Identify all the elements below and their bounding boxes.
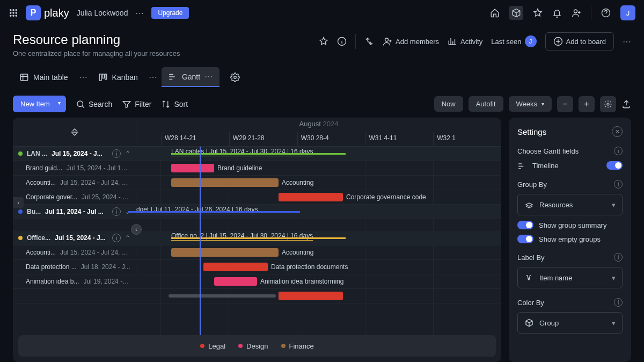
now-button[interactable]: Now bbox=[434, 96, 463, 112]
svg-point-9 bbox=[574, 10, 577, 13]
timeline-field: Timeline bbox=[532, 162, 559, 170]
scale-select[interactable]: Weeks▾ bbox=[509, 96, 552, 112]
show-empty-label: Show empty groups bbox=[539, 235, 601, 243]
board-more-icon[interactable]: ⋯ bbox=[623, 37, 631, 47]
svg-point-3 bbox=[10, 12, 11, 13]
label-by-label: Label By bbox=[517, 254, 545, 262]
swap-icon[interactable] bbox=[364, 37, 374, 46]
logo[interactable]: P plaky bbox=[26, 5, 69, 20]
week-header: W28 14-21 bbox=[161, 132, 229, 146]
current-user[interactable]: Julia Lockwood bbox=[77, 9, 128, 17]
page-title: Resource planning bbox=[13, 32, 180, 47]
info-icon[interactable]: i bbox=[614, 180, 623, 189]
add-members-button[interactable]: Add members bbox=[383, 37, 439, 46]
new-item-button[interactable]: New Item bbox=[13, 96, 66, 112]
group-by-label: Group By bbox=[517, 180, 547, 189]
star-icon[interactable] bbox=[319, 37, 328, 46]
svg-point-2 bbox=[16, 10, 17, 11]
label-by-select[interactable]: Item name▾ bbox=[517, 267, 623, 288]
page-description: One centralized place for managing all y… bbox=[13, 49, 180, 57]
zoom-in-button[interactable]: + bbox=[579, 96, 595, 112]
svg-point-1 bbox=[13, 10, 14, 11]
svg-rect-15 bbox=[99, 74, 101, 81]
gantt-bar[interactable] bbox=[171, 164, 214, 172]
week-header: W31 4-11 bbox=[365, 132, 433, 146]
svg-point-7 bbox=[13, 15, 14, 16]
settings-title: Settings bbox=[517, 127, 546, 136]
app-switcher-icon[interactable] bbox=[9, 8, 18, 18]
info-icon[interactable]: i bbox=[112, 234, 121, 242]
info-icon[interactable]: i bbox=[112, 207, 121, 216]
tab-more-2[interactable]: ⋯ bbox=[149, 72, 157, 82]
svg-point-4 bbox=[13, 12, 14, 13]
add-user-icon[interactable] bbox=[572, 8, 581, 18]
gantt-bar[interactable] bbox=[214, 277, 257, 286]
week-header: W32 1 bbox=[433, 132, 501, 146]
info-icon[interactable] bbox=[337, 37, 347, 46]
info-icon[interactable]: i bbox=[112, 149, 121, 158]
week-header: W29 21-28 bbox=[229, 132, 297, 146]
expand-side-icon[interactable]: › bbox=[13, 197, 24, 208]
upgrade-button[interactable]: Upgrade bbox=[151, 7, 189, 19]
svg-rect-17 bbox=[105, 74, 106, 79]
info-icon[interactable]: i bbox=[614, 253, 623, 262]
gantt-settings-icon[interactable] bbox=[600, 96, 616, 112]
sort-button[interactable]: Sort bbox=[161, 99, 188, 109]
favorite-icon[interactable] bbox=[533, 8, 543, 18]
svg-point-20 bbox=[607, 103, 609, 105]
last-seen[interactable]: Last seenJ bbox=[491, 35, 536, 47]
activity-button[interactable]: Activity bbox=[448, 37, 482, 46]
tab-main-table[interactable]: Main table bbox=[13, 68, 75, 86]
color-by-label: Color By bbox=[517, 299, 544, 307]
close-icon[interactable]: ✕ bbox=[612, 126, 623, 137]
gantt-bar[interactable] bbox=[203, 263, 268, 271]
gantt-bar[interactable] bbox=[171, 248, 279, 257]
show-summary-toggle[interactable] bbox=[517, 221, 533, 229]
chevron-icon[interactable]: ⌃ bbox=[125, 150, 130, 157]
svg-point-8 bbox=[16, 15, 17, 16]
timeline-toggle[interactable] bbox=[606, 161, 623, 170]
add-to-board-button[interactable]: Add to board bbox=[545, 32, 614, 50]
gantt-bar[interactable] bbox=[279, 193, 343, 201]
svg-point-6 bbox=[10, 15, 11, 16]
help-icon[interactable] bbox=[601, 8, 611, 18]
settings-icon[interactable] bbox=[230, 73, 240, 82]
gantt-bar[interactable] bbox=[171, 178, 279, 187]
export-icon[interactable] bbox=[621, 99, 631, 109]
gantt-tab-more[interactable]: ⋯ bbox=[204, 71, 213, 82]
user-menu-icon[interactable]: ⋯ bbox=[135, 8, 144, 18]
svg-point-18 bbox=[234, 76, 237, 78]
show-empty-toggle[interactable] bbox=[517, 235, 533, 243]
month-label: August 2024 bbox=[136, 118, 501, 128]
filter-button[interactable]: Filter bbox=[122, 99, 151, 109]
search-button[interactable]: Search bbox=[76, 99, 112, 109]
group-by-select[interactable]: Resources▾ bbox=[517, 194, 623, 215]
bell-icon[interactable] bbox=[552, 8, 562, 18]
svg-rect-16 bbox=[102, 74, 104, 78]
zoom-out-button[interactable]: − bbox=[557, 96, 573, 112]
week-header: W30 28-4 bbox=[297, 132, 365, 146]
collapse-all-icon[interactable] bbox=[70, 127, 79, 137]
svg-point-0 bbox=[10, 10, 11, 11]
week-header bbox=[136, 132, 161, 146]
info-icon[interactable]: i bbox=[614, 147, 623, 155]
gantt-bar[interactable] bbox=[279, 292, 343, 300]
collapse-panel-icon[interactable]: ‹ bbox=[131, 224, 142, 235]
svg-point-19 bbox=[77, 101, 83, 107]
home-icon[interactable] bbox=[490, 8, 500, 18]
svg-point-5 bbox=[16, 12, 17, 13]
svg-rect-14 bbox=[20, 74, 28, 81]
box-icon[interactable] bbox=[509, 6, 523, 20]
avatar[interactable]: J bbox=[620, 5, 635, 20]
tab-kanban[interactable]: Kanban bbox=[92, 68, 144, 86]
choose-fields-label: Choose Gantt fields bbox=[517, 147, 579, 155]
svg-point-12 bbox=[385, 38, 389, 41]
tab-more-1[interactable]: ⋯ bbox=[79, 72, 87, 82]
autofit-button[interactable]: Autofit bbox=[469, 96, 503, 112]
chevron-icon[interactable]: ⌃ bbox=[125, 234, 130, 242]
tab-gantt[interactable]: Gantt⋯ bbox=[162, 67, 219, 87]
show-summary-label: Show group summary bbox=[539, 221, 606, 229]
legend: LegalDesignFinance bbox=[18, 335, 496, 357]
color-by-select[interactable]: Group▾ bbox=[517, 312, 623, 334]
info-icon[interactable]: i bbox=[614, 298, 623, 307]
